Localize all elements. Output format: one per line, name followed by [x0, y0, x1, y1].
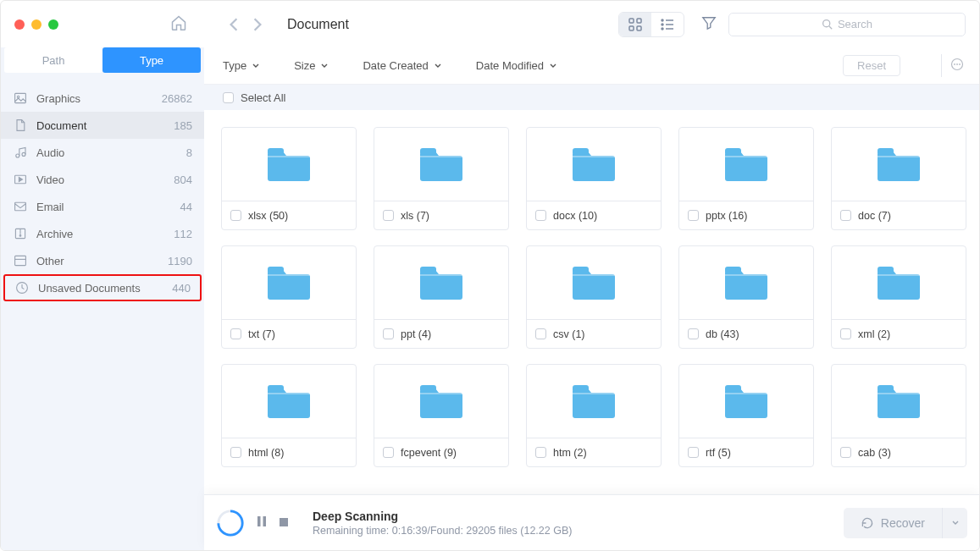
folder-checkbox[interactable]: [535, 328, 546, 339]
folder-card[interactable]: cab (3): [831, 364, 966, 467]
svg-rect-41: [725, 393, 767, 394]
folder-card[interactable]: rtf (5): [678, 364, 814, 467]
svg-rect-37: [878, 274, 920, 276]
sidebar-item-email[interactable]: Email44: [1, 193, 204, 220]
folder-checkbox[interactable]: [230, 328, 241, 339]
svg-rect-38: [268, 393, 310, 394]
filter-type[interactable]: Type: [223, 59, 260, 72]
folder-card[interactable]: csv (1): [526, 245, 662, 349]
svg-rect-1: [637, 19, 641, 23]
folder-card[interactable]: htm (2): [526, 364, 662, 467]
folder-label: rtf (5): [706, 447, 731, 459]
minimize-window[interactable]: [31, 19, 42, 30]
sidebar-item-label: Email: [36, 201, 64, 213]
folder-icon: [832, 365, 966, 438]
view-list-button[interactable]: [651, 13, 684, 36]
filter-icon[interactable]: [701, 15, 717, 34]
folder-label: ppt (4): [401, 328, 431, 340]
sidebar-item-audio[interactable]: Audio8: [1, 139, 204, 166]
folder-card[interactable]: ppt (4): [374, 245, 509, 349]
folder-checkbox[interactable]: [535, 447, 546, 458]
folder-card[interactable]: docx (10): [526, 127, 662, 230]
folder-card[interactable]: txt (7): [221, 245, 357, 349]
reset-button[interactable]: Reset: [843, 55, 900, 76]
sidebar-item-document[interactable]: Document185: [1, 112, 204, 139]
sidebar-item-count: 185: [174, 119, 192, 132]
recover-dropdown[interactable]: [942, 508, 967, 538]
scan-subtitle: Remaining time: 0:16:39/Found: 29205 fil…: [313, 525, 572, 537]
folder-icon: [679, 246, 813, 319]
folder-checkbox[interactable]: [230, 210, 241, 221]
folder-checkbox[interactable]: [840, 210, 851, 221]
folder-label: db (43): [706, 328, 739, 340]
folder-icon: [222, 246, 356, 319]
pause-icon[interactable]: [257, 515, 267, 531]
doc-icon: [13, 118, 28, 132]
folder-checkbox[interactable]: [688, 210, 699, 221]
audio-icon: [13, 146, 28, 159]
sidebar-item-archive[interactable]: Archive112: [1, 220, 204, 247]
sidebar-item-label: Unsaved Documents: [38, 282, 141, 295]
svg-rect-12: [15, 93, 26, 102]
filter-date-modified[interactable]: Date Modified: [476, 59, 557, 72]
recover-button[interactable]: Recover: [844, 508, 942, 538]
filter-date-created[interactable]: Date Created: [363, 59, 441, 72]
nav-back-icon[interactable]: [228, 17, 240, 32]
sidebar-item-other[interactable]: Other1190: [1, 247, 204, 274]
folder-checkbox[interactable]: [383, 328, 394, 339]
tab-type[interactable]: Type: [102, 47, 201, 73]
svg-rect-2: [629, 26, 634, 30]
sidebar-item-graphics[interactable]: Graphics26862: [1, 85, 204, 112]
folder-icon: [679, 128, 813, 201]
folder-label: xlsx (50): [248, 210, 288, 222]
sidebar-item-label: Video: [36, 174, 64, 186]
svg-rect-33: [268, 274, 310, 276]
folder-card[interactable]: pptx (16): [678, 127, 814, 230]
folder-card[interactable]: xlsx (50): [221, 127, 357, 230]
sidebar-item-label: Audio: [36, 146, 64, 159]
svg-point-6: [662, 24, 663, 25]
maximize-window[interactable]: [48, 19, 58, 30]
more-options-icon[interactable]: [941, 54, 972, 77]
filter-size[interactable]: Size: [294, 59, 329, 72]
nav-forward-icon[interactable]: [252, 17, 263, 32]
page-title: Document: [287, 17, 349, 32]
video-icon: [13, 173, 28, 186]
svg-rect-46: [263, 516, 267, 526]
svg-rect-28: [268, 156, 310, 157]
folder-icon: [374, 365, 508, 438]
svg-rect-21: [15, 256, 26, 265]
folder-card[interactable]: xls (7): [374, 127, 509, 230]
folder-card[interactable]: doc (7): [831, 127, 966, 230]
sidebar-item-video[interactable]: Video804: [1, 166, 204, 193]
folder-card[interactable]: html (8): [221, 364, 357, 467]
sidebar-item-count: 112: [174, 228, 192, 240]
folder-checkbox[interactable]: [230, 447, 241, 458]
home-icon[interactable]: [170, 14, 187, 35]
close-window[interactable]: [14, 19, 25, 30]
sidebar-item-unsaved-documents[interactable]: Unsaved Documents440: [3, 274, 202, 301]
folder-checkbox[interactable]: [840, 328, 851, 339]
folder-checkbox[interactable]: [535, 210, 546, 221]
folder-icon: [832, 246, 966, 319]
svg-rect-29: [420, 156, 462, 157]
folder-checkbox[interactable]: [383, 210, 394, 221]
folder-label: fcpevent (9): [401, 447, 457, 459]
view-grid-button[interactable]: [619, 13, 651, 36]
svg-point-27: [959, 63, 961, 65]
stop-icon[interactable]: [279, 515, 289, 531]
folder-checkbox[interactable]: [688, 447, 699, 458]
folder-checkbox[interactable]: [383, 447, 394, 458]
select-all-checkbox[interactable]: [223, 92, 234, 103]
sidebar-item-count: 1190: [168, 255, 192, 267]
folder-card[interactable]: fcpevent (9): [374, 364, 509, 467]
svg-rect-36: [725, 274, 767, 276]
folder-card[interactable]: db (43): [678, 245, 814, 349]
folder-card[interactable]: xml (2): [831, 245, 966, 349]
sidebar-item-label: Other: [36, 255, 64, 267]
folder-checkbox[interactable]: [840, 447, 851, 458]
folder-label: html (8): [248, 447, 284, 459]
search-input[interactable]: Search: [728, 13, 966, 36]
tab-path[interactable]: Path: [4, 47, 102, 73]
folder-checkbox[interactable]: [688, 328, 699, 339]
